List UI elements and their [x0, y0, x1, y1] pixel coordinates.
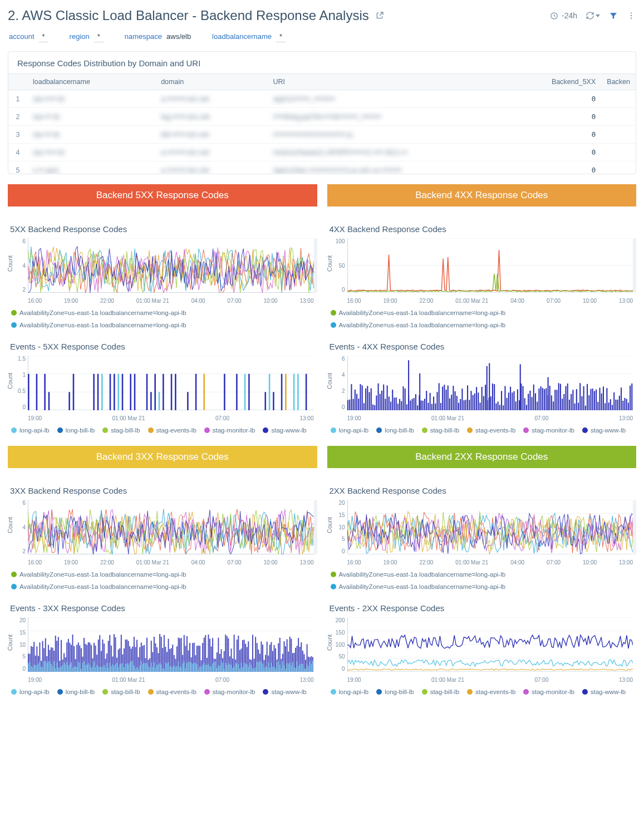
legend-item[interactable]: AvailabilityZone=us-east-1a loadbalancer… [331, 571, 506, 578]
legend-item[interactable]: stag-events-lb [148, 689, 196, 695]
svg-rect-207 [618, 396, 620, 410]
open-external-icon[interactable] [375, 11, 385, 21]
legend-item[interactable]: AvailabilityZone=us-east-1a loadbalancer… [11, 583, 186, 590]
svg-rect-391 [252, 635, 253, 672]
filter-account[interactable]: account* [9, 32, 48, 42]
col-header[interactable]: Backend_5XX [540, 74, 601, 90]
legend-item[interactable]: long-api-lb [11, 427, 50, 434]
legend-item[interactable]: stag-events-lb [467, 427, 515, 434]
svg-rect-72 [377, 384, 378, 410]
legend-item[interactable]: stag-bill-lb [422, 427, 459, 434]
legend-item[interactable]: long-bill-lb [57, 427, 95, 434]
svg-rect-59 [354, 390, 355, 410]
svg-rect-180 [571, 394, 572, 410]
table-row[interactable]: 1sta-•••••-lba.••••••••.b/c.net/api/v1/•… [8, 90, 636, 108]
legend-item[interactable]: long-bill-lb [57, 689, 95, 695]
svg-rect-25 [117, 374, 119, 410]
svg-rect-87 [404, 389, 405, 410]
chart-plot[interactable]: Count 642 16:0019:0022:0001:00 Mar 2104:… [8, 500, 317, 567]
filter-value[interactable]: * [276, 32, 286, 42]
svg-rect-583 [241, 662, 242, 672]
svg-rect-527 [161, 665, 162, 672]
legend-item[interactable]: stag-monitor-lb [523, 427, 574, 434]
chart-plot[interactable]: Count 100500 16:0019:0022:0001:00 Mar 21… [327, 238, 637, 305]
col-header[interactable] [8, 74, 27, 90]
legend-item[interactable]: long-bill-lb [376, 689, 414, 695]
filter-icon[interactable] [608, 11, 618, 21]
chart-plot[interactable]: Count 1.510.50 19:0001:00 Mar 2107:0013:… [8, 356, 317, 422]
chart-plot[interactable]: Count 642 16:0019:0022:0001:00 Mar 2104:… [8, 238, 317, 305]
legend-item[interactable]: stag-www-lb [263, 689, 306, 695]
legend-item[interactable]: stag-events-lb [467, 689, 515, 695]
svg-rect-23 [110, 374, 111, 410]
svg-rect-464 [71, 662, 72, 672]
legend-item[interactable]: AvailabilityZone=us-east-1a loadbalancer… [331, 583, 506, 590]
legend-item[interactable]: stag-www-lb [582, 427, 626, 434]
chart-plot[interactable]: Count 200150100500 19:0001:00 Mar 2107:0… [327, 617, 637, 684]
svg-rect-512 [139, 666, 140, 672]
time-range-picker[interactable]: -24h [549, 11, 577, 21]
table-row[interactable]: 5s-••-api1a.••••••••.b/c.net/api/v1/bac-… [8, 161, 636, 174]
svg-rect-91 [411, 399, 412, 410]
col-header[interactable]: URI [267, 74, 540, 90]
legend-item[interactable]: stag-events-lb [148, 427, 196, 434]
svg-rect-99 [426, 391, 427, 410]
svg-rect-559 [207, 665, 208, 672]
legend-item[interactable]: long-api-lb [11, 689, 50, 695]
legend-item[interactable]: stag-bill-lb [102, 689, 140, 695]
svg-rect-495 [115, 664, 116, 672]
chart-plot[interactable]: Count 6420 19:0001:00 Mar 2107:0013:00 [327, 356, 637, 422]
svg-rect-604 [271, 663, 272, 672]
svg-rect-211 [626, 399, 627, 410]
legend-item[interactable]: stag-monitor-lb [523, 689, 574, 695]
svg-rect-497 [118, 667, 119, 672]
svg-rect-24 [114, 374, 115, 410]
legend-item[interactable]: stag-monitor-lb [204, 689, 255, 695]
legend-item[interactable]: stag-bill-lb [102, 427, 140, 434]
svg-rect-607 [275, 668, 276, 672]
svg-rect-108 [442, 386, 443, 410]
filter-namespace[interactable]: namespaceaws/elb [125, 32, 191, 42]
kebab-menu-icon[interactable] [626, 11, 636, 21]
svg-rect-117 [458, 403, 459, 410]
legend-item[interactable]: AvailabilityZone=us-east-1a loadbalancer… [11, 309, 186, 316]
svg-rect-598 [262, 663, 263, 672]
dist-card-title: Response Codes Distribution by Domain an… [8, 52, 636, 73]
legend-item[interactable]: stag-www-lb [582, 689, 626, 695]
legend-item[interactable]: stag-bill-lb [422, 689, 459, 695]
chart-legend: AvailabilityZone=us-east-1a loadbalancer… [8, 305, 317, 330]
table-row[interactable]: 2sta-•••-lblog.••••••.b/c.net/••••thing.… [8, 108, 636, 126]
legend-item[interactable]: long-api-lb [331, 689, 369, 695]
filter-loadbalancername[interactable]: loadbalancername* [212, 32, 286, 42]
legend-item[interactable]: long-bill-lb [376, 427, 414, 434]
legend-item[interactable]: AvailabilityZone=us-east-1a loadbalancer… [11, 571, 186, 578]
chart-plot[interactable]: Count 20151050 19:0001:00 Mar 2107:0013:… [8, 617, 317, 684]
svg-rect-588 [248, 667, 249, 672]
svg-rect-591 [252, 668, 253, 672]
svg-rect-593 [255, 667, 256, 672]
legend-item[interactable]: AvailabilityZone=us-east-1a loadbalancer… [11, 322, 186, 328]
col-header[interactable]: Backen [601, 74, 636, 90]
table-row[interactable]: 4sta-•••••-lba.••••••••.b/c.net/rest/us/… [8, 144, 636, 161]
legend-item[interactable]: AvailabilityZone=us-east-1a loadbalancer… [331, 309, 506, 316]
filter-value[interactable]: * [39, 32, 48, 42]
svg-rect-525 [158, 664, 159, 672]
svg-rect-168 [549, 386, 550, 410]
table-row[interactable]: 3sta-•••-lbbill.••••••.b/c.net/•••••••••… [8, 126, 636, 144]
svg-rect-144 [506, 398, 507, 410]
col-header[interactable]: domain [155, 74, 267, 90]
legend-item[interactable]: stag-monitor-lb [204, 427, 255, 434]
filter-region[interactable]: region* [70, 32, 104, 42]
chart-plot[interactable]: Count 20151050 16:0019:0022:0001:00 Mar … [327, 500, 637, 567]
legend-item[interactable]: long-api-lb [331, 427, 369, 434]
col-header[interactable]: loadbalancername [27, 74, 155, 90]
refresh-icon[interactable] [585, 11, 601, 21]
svg-rect-611 [281, 668, 282, 672]
legend-item[interactable]: stag-www-lb [263, 427, 306, 434]
svg-rect-564 [214, 662, 215, 672]
filter-value[interactable]: * [94, 32, 104, 42]
svg-rect-68 [370, 389, 371, 410]
legend-item[interactable]: AvailabilityZone=us-east-1a loadbalancer… [331, 322, 506, 328]
svg-rect-37 [195, 374, 197, 410]
svg-rect-632 [311, 664, 312, 672]
